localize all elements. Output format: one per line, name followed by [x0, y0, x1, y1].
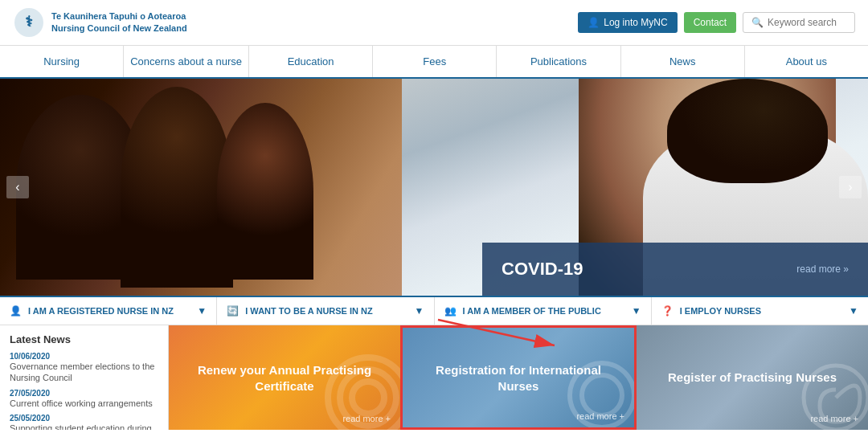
news-date-2: 25/05/2020 [10, 414, 158, 423]
nav-link-nursing[interactable]: Nursing [0, 46, 123, 77]
employ-icon: ❓ [661, 305, 674, 317]
contact-button[interactable]: Contact [684, 12, 736, 33]
person2 [121, 87, 233, 288]
news-item-2: 25/05/2020 Supporting student education … [10, 414, 158, 430]
person3 [217, 103, 313, 280]
logo-area: ⚕ Te Kaunihera Tapuhi o Aotearoa Nursing… [13, 6, 187, 39]
news-item-0: 10/06/2020 Governance member elections t… [10, 352, 158, 384]
nav-link-concerns[interactable]: Concerns about a nurse [124, 46, 248, 77]
bottom-section: Latest News 10/06/2020 Governance member… [0, 325, 868, 430]
latest-news-title: Latest News [10, 333, 158, 345]
nav-list: Nursing Concerns about a nurse Education… [0, 46, 868, 77]
nav-link-about[interactable]: About us [745, 46, 868, 77]
gray-card-content: Register of Practising Nurses [637, 370, 868, 386]
quick-access-bar: 👤 I AM A REGISTERED NURSE IN NZ ▼ 🔄 I WA… [0, 296, 868, 325]
nav-item-fees: Fees [373, 46, 497, 77]
blue-card-content: Registration for International Nurses [403, 362, 634, 394]
nav-link-news[interactable]: News [621, 46, 744, 77]
orange-readmore[interactable]: read more + [342, 414, 391, 423]
nav-item-education: Education [249, 46, 373, 77]
promo-card-international[interactable]: Registration for International Nurses re… [400, 325, 637, 430]
nurse-hair [667, 79, 828, 183]
promo-cards-section: Renew your Annual Practising Certificate… [169, 325, 868, 430]
nav-item-news: News [621, 46, 745, 77]
orange-card-content: Renew your Annual Practising Certificate [169, 362, 400, 394]
promo-card-register[interactable]: Register of Practising Nurses read more … [637, 325, 868, 430]
header: ⚕ Te Kaunihera Tapuhi o Aotearoa Nursing… [0, 0, 868, 46]
public-icon: 👥 [444, 305, 457, 317]
logo-icon: ⚕ [13, 6, 45, 39]
promo-card-renew[interactable]: Renew your Annual Practising Certificate… [169, 325, 400, 430]
quick-registered-nurse[interactable]: 👤 I AM A REGISTERED NURSE IN NZ ▼ [0, 297, 217, 325]
search-input[interactable] [768, 17, 846, 28]
nav-item-about: About us [745, 46, 868, 77]
blue-readmore[interactable]: read more + [576, 411, 624, 421]
main-nav: Nursing Concerns about a nurse Education… [0, 46, 868, 79]
quick-public[interactable]: 👥 I AM A MEMBER OF THE PUBLIC ▼ [435, 297, 652, 325]
nav-item-nursing: Nursing [0, 46, 124, 77]
news-item-1: 27/05/2020 Current office working arrang… [10, 389, 158, 409]
svg-text:⚕: ⚕ [25, 14, 33, 30]
nav-link-publications[interactable]: Publications [497, 46, 620, 77]
news-text-2[interactable]: Supporting student education during the … [10, 423, 158, 430]
news-date-0: 10/06/2020 [10, 352, 158, 361]
gray-card-title: Register of Practising Nurses [653, 370, 852, 386]
logo-text: Te Kaunihera Tapuhi o Aotearoa Nursing C… [51, 10, 187, 35]
nav-link-fees[interactable]: Fees [373, 46, 496, 77]
news-text-1[interactable]: Current office working arrangements [10, 398, 158, 409]
latest-news-panel: Latest News 10/06/2020 Governance member… [0, 325, 169, 430]
hero-readmore[interactable]: read more » [796, 263, 849, 275]
hero-people-area [0, 79, 426, 296]
chevron-down-icon-4: ▼ [849, 305, 858, 317]
news-date-1: 27/05/2020 [10, 389, 158, 398]
user-icon: 👤 [588, 17, 600, 28]
nav-item-concerns: Concerns about a nurse [124, 46, 249, 77]
hero-title: COVID-19 [502, 259, 583, 280]
quick-employ[interactable]: ❓ I EMPLOY NURSES ▼ [652, 297, 868, 325]
news-text-0[interactable]: Governance member elections to the Nursi… [10, 361, 158, 384]
orange-card-title: Renew your Annual Practising Certificate [185, 362, 384, 394]
search-box: 🔍 [743, 12, 855, 33]
hero-next-button[interactable]: › [839, 176, 862, 198]
search-icon: 🔍 [751, 17, 764, 28]
gray-readmore[interactable]: read more + [810, 414, 858, 423]
chevron-down-icon-3: ▼ [632, 305, 641, 317]
login-button[interactable]: 👤 Log into MyNC [578, 12, 677, 33]
header-actions: 👤 Log into MyNC Contact 🔍 [578, 12, 855, 33]
chevron-down-icon-2: ▼ [415, 305, 424, 317]
want-nurse-icon: 🔄 [227, 305, 239, 317]
quick-want-nurse[interactable]: 🔄 I WANT TO BE A NURSE IN NZ ▼ [217, 297, 434, 325]
nav-link-education[interactable]: Education [249, 46, 372, 77]
nav-item-publications: Publications [497, 46, 620, 77]
hero-prev-button[interactable]: ‹ [6, 176, 29, 198]
chevron-down-icon-1: ▼ [197, 305, 207, 317]
hero-overlay: COVID-19 read more » [482, 243, 868, 296]
blue-card-title: Registration for International Nurses [419, 362, 618, 394]
registered-nurse-icon: 👤 [10, 305, 22, 317]
hero-banner: COVID-19 read more » ‹ › [0, 79, 868, 296]
